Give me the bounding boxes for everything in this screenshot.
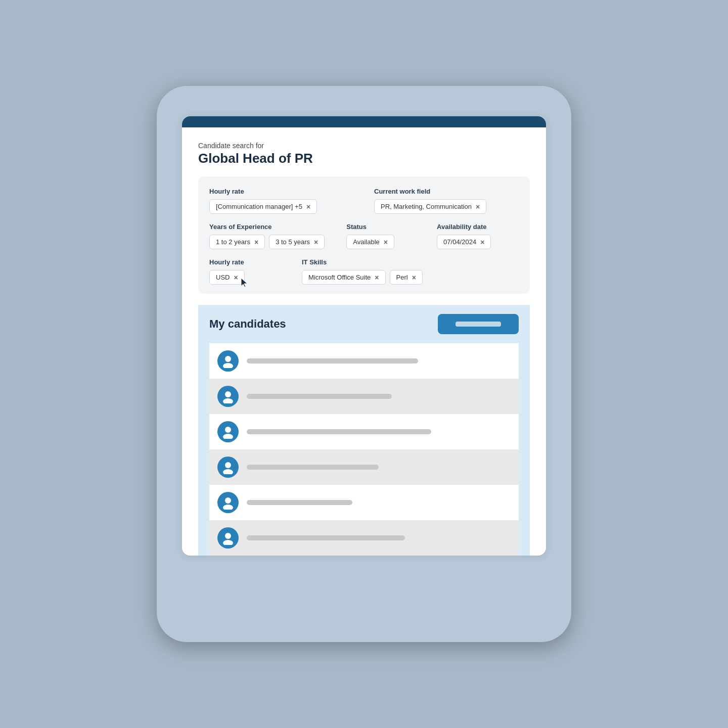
candidate-row[interactable] xyxy=(209,485,519,520)
svg-point-7 xyxy=(225,462,231,468)
card-header-bar xyxy=(182,116,546,127)
years-exp-label: Years of Experience xyxy=(209,223,326,231)
svg-point-1 xyxy=(225,356,231,362)
svg-point-4 xyxy=(223,398,233,403)
remove-perl-icon[interactable]: × xyxy=(412,274,416,281)
candidate-bar-container xyxy=(247,358,511,363)
tag-text-pr-marketing: PR, Marketing, Communication xyxy=(381,203,472,210)
candidates-title: My candidates xyxy=(209,317,286,331)
filter-group-avail-date: Availability date 07/04/2024 × xyxy=(437,223,519,249)
remove-ms-office-icon[interactable]: × xyxy=(375,274,379,281)
filter-tag-comm-manager[interactable]: [Communication manager] +5 × xyxy=(209,199,317,214)
avatar xyxy=(217,492,239,513)
avatar xyxy=(217,457,239,478)
tag-text-ms-office: Microsoft Office Suite xyxy=(308,274,371,281)
search-title: Global Head of PR xyxy=(198,151,530,166)
candidate-name-bar xyxy=(247,394,392,399)
search-button-bar xyxy=(456,322,501,327)
remove-3-5-years-icon[interactable]: × xyxy=(314,239,318,246)
avail-date-label: Availability date xyxy=(437,223,519,231)
filter-tag-pr-marketing[interactable]: PR, Marketing, Communication × xyxy=(374,199,486,214)
filter-group-it-skills: IT Skills Microsoft Office Suite × Perl … xyxy=(302,258,519,285)
svg-point-10 xyxy=(223,505,233,510)
svg-point-8 xyxy=(223,469,233,474)
filter-tag-3-5-years[interactable]: 3 to 5 years × xyxy=(269,235,325,249)
work-field-tags: PR, Marketing, Communication × xyxy=(374,199,519,214)
search-candidates-button[interactable] xyxy=(438,314,519,334)
avatar xyxy=(217,421,239,442)
status-label: Status xyxy=(346,223,417,231)
hourly-rate-label: Hourly rate xyxy=(209,188,354,195)
avatar xyxy=(217,386,239,407)
filter-row-2: Years of Experience 1 to 2 years × 3 to … xyxy=(209,223,519,249)
tag-text-perl: Perl xyxy=(396,274,408,281)
filter-group-years-exp: Years of Experience 1 to 2 years × 3 to … xyxy=(209,223,326,249)
remove-1-2-years-icon[interactable]: × xyxy=(254,239,258,246)
avail-date-tags: 07/04/2024 × xyxy=(437,235,519,249)
avatar xyxy=(217,527,239,549)
filter-group-work-field: Current work field PR, Marketing, Commun… xyxy=(374,188,519,214)
card-body: Candidate search for Global Head of PR H… xyxy=(182,127,546,556)
candidate-row[interactable] xyxy=(209,414,519,449)
candidate-row[interactable] xyxy=(209,520,519,556)
avatar xyxy=(217,350,239,372)
candidate-bar-container xyxy=(247,429,511,434)
candidate-bar-container xyxy=(247,535,511,540)
remove-pr-marketing-icon[interactable]: × xyxy=(476,203,480,210)
svg-point-2 xyxy=(223,363,233,368)
it-skills-tags: Microsoft Office Suite × Perl × xyxy=(302,270,519,285)
candidate-name-bar xyxy=(247,535,405,540)
filter-group-status: Status Available × xyxy=(346,223,417,249)
candidate-row[interactable] xyxy=(209,379,519,414)
work-field-label: Current work field xyxy=(374,188,519,195)
svg-point-12 xyxy=(223,540,233,545)
tag-text-comm-manager: [Communication manager] +5 xyxy=(216,203,302,210)
svg-point-6 xyxy=(223,434,233,439)
filter-tag-usd[interactable]: USD × xyxy=(209,270,245,285)
remove-usd-icon[interactable]: × xyxy=(234,274,238,281)
filters-box: Hourly rate [Communication manager] +5 ×… xyxy=(198,176,530,294)
filter-tag-ms-office[interactable]: Microsoft Office Suite × xyxy=(302,270,386,285)
hourly-rate-2-tags: USD × xyxy=(209,270,282,285)
tag-text-1-2-years: 1 to 2 years xyxy=(216,238,250,246)
filter-tag-date[interactable]: 07/04/2024 × xyxy=(437,235,491,249)
years-exp-tags: 1 to 2 years × 3 to 5 years × xyxy=(209,235,326,249)
svg-point-9 xyxy=(225,497,231,504)
hourly-rate-tags: [Communication manager] +5 × xyxy=(209,199,354,214)
device-frame: Candidate search for Global Head of PR H… xyxy=(157,86,571,642)
candidate-row[interactable] xyxy=(209,449,519,485)
candidate-name-bar xyxy=(247,358,418,363)
svg-point-11 xyxy=(225,533,231,539)
filter-row-1: Hourly rate [Communication manager] +5 ×… xyxy=(209,188,519,214)
filter-tag-1-2-years[interactable]: 1 to 2 years × xyxy=(209,235,265,249)
main-card: Candidate search for Global Head of PR H… xyxy=(182,116,546,556)
filter-row-3: Hourly rate USD × xyxy=(209,258,519,285)
candidates-header: My candidates xyxy=(209,314,519,334)
filter-tag-perl[interactable]: Perl × xyxy=(390,270,423,285)
candidates-list xyxy=(209,343,519,556)
candidate-row[interactable] xyxy=(209,343,519,379)
cursor-icon xyxy=(239,277,250,288)
hourly-rate-2-label: Hourly rate xyxy=(209,258,282,266)
filter-group-hourly-rate: Hourly rate [Communication manager] +5 × xyxy=(209,188,354,214)
it-skills-label: IT Skills xyxy=(302,258,519,266)
remove-available-icon[interactable]: × xyxy=(384,239,388,246)
candidate-bar-container xyxy=(247,500,511,505)
candidate-bar-container xyxy=(247,465,511,470)
candidate-bar-container xyxy=(247,394,511,399)
filter-tag-available[interactable]: Available × xyxy=(346,235,394,249)
candidate-name-bar xyxy=(247,465,379,470)
search-subtitle: Candidate search for xyxy=(198,142,530,150)
candidates-section: My candidates xyxy=(198,305,530,556)
status-tags: Available × xyxy=(346,235,417,249)
candidate-name-bar xyxy=(247,429,431,434)
svg-marker-0 xyxy=(241,278,247,287)
svg-point-3 xyxy=(225,391,231,397)
filter-group-hourly-rate-2: Hourly rate USD × xyxy=(209,258,282,285)
tag-text-available: Available xyxy=(353,238,380,246)
tag-text-3-5-years: 3 to 5 years xyxy=(276,238,310,246)
tag-text-date: 07/04/2024 xyxy=(443,238,476,246)
remove-comm-manager-icon[interactable]: × xyxy=(306,203,310,210)
svg-point-5 xyxy=(225,427,231,433)
remove-date-icon[interactable]: × xyxy=(480,239,484,246)
